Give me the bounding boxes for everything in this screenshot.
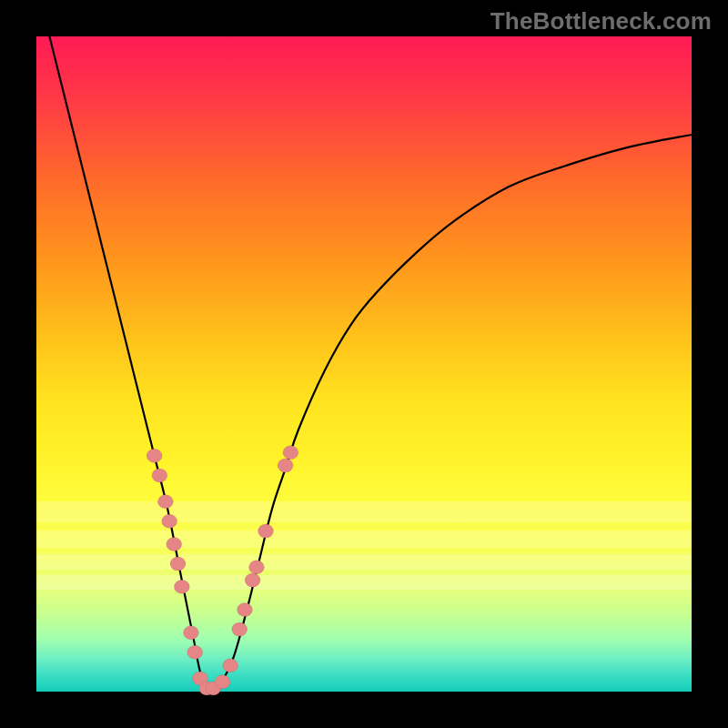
data-point [152,469,167,482]
data-point [232,622,248,636]
watermark-text: TheBottleneck.com [490,7,712,35]
chart-svg [36,36,692,692]
plot-area [36,36,692,692]
data-point [283,446,298,460]
bottleneck-curve [49,36,692,692]
data-point [183,626,198,640]
data-point [223,659,238,672]
data-point [174,580,189,593]
data-point [248,561,264,574]
data-points [147,446,298,695]
data-point [170,557,186,571]
data-point [147,449,162,462]
data-point [237,603,252,617]
data-point [167,538,182,551]
data-point [157,495,173,509]
data-point [187,645,203,659]
data-point [162,514,177,528]
data-point [245,573,260,587]
data-point [215,675,230,689]
data-point [258,524,274,538]
data-point [278,459,293,472]
chart-frame: TheBottleneck.com [0,0,728,728]
